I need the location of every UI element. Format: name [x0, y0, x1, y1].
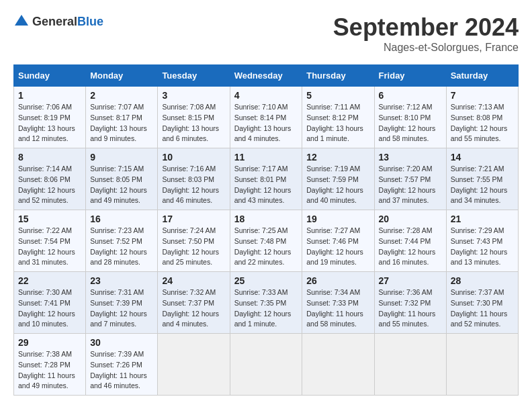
day-number: 14: [451, 152, 514, 163]
day-info: Sunrise: 7:15 AMSunset: 8:05 PMDaylight:…: [90, 164, 153, 206]
day-info: Sunrise: 7:06 AMSunset: 8:19 PMDaylight:…: [18, 102, 81, 144]
day-info: Sunrise: 7:23 AMSunset: 7:52 PMDaylight:…: [90, 226, 153, 268]
calendar-cell: [158, 334, 230, 396]
day-number: 23: [90, 275, 153, 286]
day-number: 3: [162, 90, 225, 101]
calendar-cell: [230, 334, 302, 396]
day-number: 11: [234, 152, 298, 163]
weekday-header-monday: Monday: [86, 65, 158, 87]
month-year-title: September 2024: [333, 13, 519, 42]
calendar-cell: 26Sunrise: 7:34 AMSunset: 7:33 PMDayligh…: [302, 272, 374, 334]
day-info: Sunrise: 7:32 AMSunset: 7:37 PMDaylight:…: [162, 287, 225, 330]
day-info: Sunrise: 7:14 AMSunset: 8:06 PMDaylight:…: [18, 164, 81, 206]
calendar-cell: 10Sunrise: 7:16 AMSunset: 8:03 PMDayligh…: [158, 148, 230, 210]
calendar-cell: 29Sunrise: 7:38 AMSunset: 7:28 PMDayligh…: [14, 334, 86, 396]
weekday-header-row: SundayMondayTuesdayWednesdayThursdayFrid…: [14, 65, 519, 87]
title-area: September 2024 Nages-et-Solorgues, Franc…: [333, 13, 519, 54]
calendar-cell: 2Sunrise: 7:07 AMSunset: 8:17 PMDaylight…: [86, 87, 158, 148]
calendar-cell: 9Sunrise: 7:15 AMSunset: 8:05 PMDaylight…: [86, 148, 158, 210]
day-number: 18: [234, 214, 298, 224]
calendar-cell: 16Sunrise: 7:23 AMSunset: 7:52 PMDayligh…: [86, 210, 158, 272]
day-info: Sunrise: 7:19 AMSunset: 7:59 PMDaylight:…: [306, 164, 369, 206]
calendar-cell: 27Sunrise: 7:36 AMSunset: 7:32 PMDayligh…: [374, 272, 446, 334]
day-info: Sunrise: 7:07 AMSunset: 8:17 PMDaylight:…: [90, 102, 153, 144]
calendar-cell: 1Sunrise: 7:06 AMSunset: 8:19 PMDaylight…: [14, 87, 86, 148]
day-number: 8: [18, 152, 81, 163]
svg-marker-0: [15, 15, 28, 26]
weekday-header-sunday: Sunday: [14, 65, 86, 87]
page-header: GeneralBlue September 2024 Nages-et-Solo…: [13, 13, 519, 54]
weekday-header-wednesday: Wednesday: [230, 65, 302, 87]
day-info: Sunrise: 7:16 AMSunset: 8:03 PMDaylight:…: [162, 164, 225, 206]
calendar-week-row: 1Sunrise: 7:06 AMSunset: 8:19 PMDaylight…: [14, 87, 519, 148]
weekday-header-saturday: Saturday: [446, 65, 518, 87]
calendar-cell: 3Sunrise: 7:08 AMSunset: 8:15 PMDaylight…: [158, 87, 230, 148]
calendar-cell: 6Sunrise: 7:12 AMSunset: 8:10 PMDaylight…: [374, 87, 446, 148]
location-subtitle: Nages-et-Solorgues, France: [333, 42, 519, 54]
day-number: 10: [162, 152, 225, 163]
calendar-week-row: 29Sunrise: 7:38 AMSunset: 7:28 PMDayligh…: [14, 334, 519, 396]
calendar-cell: 17Sunrise: 7:24 AMSunset: 7:50 PMDayligh…: [158, 210, 230, 272]
day-info: Sunrise: 7:17 AMSunset: 8:01 PMDaylight:…: [234, 164, 298, 206]
day-info: Sunrise: 7:27 AMSunset: 7:46 PMDaylight:…: [306, 226, 369, 268]
weekday-header-tuesday: Tuesday: [158, 65, 230, 87]
calendar-cell: 4Sunrise: 7:10 AMSunset: 8:14 PMDaylight…: [230, 87, 302, 148]
calendar-week-row: 22Sunrise: 7:30 AMSunset: 7:41 PMDayligh…: [14, 272, 519, 334]
calendar-cell: 7Sunrise: 7:13 AMSunset: 8:08 PMDaylight…: [446, 87, 518, 148]
calendar-cell: 11Sunrise: 7:17 AMSunset: 8:01 PMDayligh…: [230, 148, 302, 210]
day-info: Sunrise: 7:31 AMSunset: 7:39 PMDaylight:…: [90, 287, 153, 330]
weekday-header-friday: Friday: [374, 65, 446, 87]
day-info: Sunrise: 7:29 AMSunset: 7:43 PMDaylight:…: [451, 226, 514, 268]
day-number: 1: [18, 90, 81, 101]
day-number: 12: [306, 152, 369, 163]
calendar-cell: 22Sunrise: 7:30 AMSunset: 7:41 PMDayligh…: [14, 272, 86, 334]
day-info: Sunrise: 7:22 AMSunset: 7:54 PMDaylight:…: [18, 226, 81, 268]
calendar-cell: 8Sunrise: 7:14 AMSunset: 8:06 PMDaylight…: [14, 148, 86, 210]
day-info: Sunrise: 7:08 AMSunset: 8:15 PMDaylight:…: [162, 102, 225, 144]
calendar-cell: [374, 334, 446, 396]
day-info: Sunrise: 7:10 AMSunset: 8:14 PMDaylight:…: [234, 102, 298, 144]
day-info: Sunrise: 7:36 AMSunset: 7:32 PMDaylight:…: [379, 287, 442, 330]
calendar-cell: 18Sunrise: 7:25 AMSunset: 7:48 PMDayligh…: [230, 210, 302, 272]
day-number: 27: [379, 275, 442, 286]
calendar-cell: 30Sunrise: 7:39 AMSunset: 7:26 PMDayligh…: [86, 334, 158, 396]
day-number: 6: [379, 90, 442, 101]
day-number: 15: [18, 214, 81, 224]
day-number: 5: [306, 90, 369, 101]
calendar-cell: 24Sunrise: 7:32 AMSunset: 7:37 PMDayligh…: [158, 272, 230, 334]
day-number: 28: [451, 275, 514, 286]
day-info: Sunrise: 7:38 AMSunset: 7:28 PMDaylight:…: [18, 349, 81, 392]
day-number: 26: [306, 275, 369, 286]
day-info: Sunrise: 7:37 AMSunset: 7:30 PMDaylight:…: [451, 287, 514, 330]
calendar-week-row: 8Sunrise: 7:14 AMSunset: 8:06 PMDaylight…: [14, 148, 519, 210]
day-number: 7: [451, 90, 514, 101]
day-number: 17: [162, 214, 225, 224]
day-info: Sunrise: 7:13 AMSunset: 8:08 PMDaylight:…: [451, 102, 514, 144]
day-info: Sunrise: 7:21 AMSunset: 7:55 PMDaylight:…: [451, 164, 514, 206]
logo-text-general: General: [32, 15, 77, 28]
calendar-cell: 14Sunrise: 7:21 AMSunset: 7:55 PMDayligh…: [446, 148, 518, 210]
weekday-header-thursday: Thursday: [302, 65, 374, 87]
calendar-cell: 13Sunrise: 7:20 AMSunset: 7:57 PMDayligh…: [374, 148, 446, 210]
logo-icon: [13, 13, 30, 30]
day-number: 2: [90, 90, 153, 101]
day-info: Sunrise: 7:34 AMSunset: 7:33 PMDaylight:…: [306, 287, 369, 330]
day-number: 19: [306, 214, 369, 224]
logo: GeneralBlue: [13, 13, 103, 30]
calendar-cell: 19Sunrise: 7:27 AMSunset: 7:46 PMDayligh…: [302, 210, 374, 272]
day-info: Sunrise: 7:11 AMSunset: 8:12 PMDaylight:…: [306, 102, 369, 144]
day-number: 16: [90, 214, 153, 224]
day-info: Sunrise: 7:25 AMSunset: 7:48 PMDaylight:…: [234, 226, 298, 268]
calendar-cell: 28Sunrise: 7:37 AMSunset: 7:30 PMDayligh…: [446, 272, 518, 334]
day-info: Sunrise: 7:12 AMSunset: 8:10 PMDaylight:…: [379, 102, 442, 144]
calendar-cell: [302, 334, 374, 396]
calendar-table: SundayMondayTuesdayWednesdayThursdayFrid…: [13, 64, 519, 396]
day-number: 24: [162, 275, 225, 286]
day-number: 30: [90, 337, 153, 348]
calendar-cell: 25Sunrise: 7:33 AMSunset: 7:35 PMDayligh…: [230, 272, 302, 334]
day-number: 13: [379, 152, 442, 163]
day-info: Sunrise: 7:33 AMSunset: 7:35 PMDaylight:…: [234, 287, 298, 330]
day-info: Sunrise: 7:30 AMSunset: 7:41 PMDaylight:…: [18, 287, 81, 330]
day-number: 4: [234, 90, 298, 101]
day-number: 20: [379, 214, 442, 224]
